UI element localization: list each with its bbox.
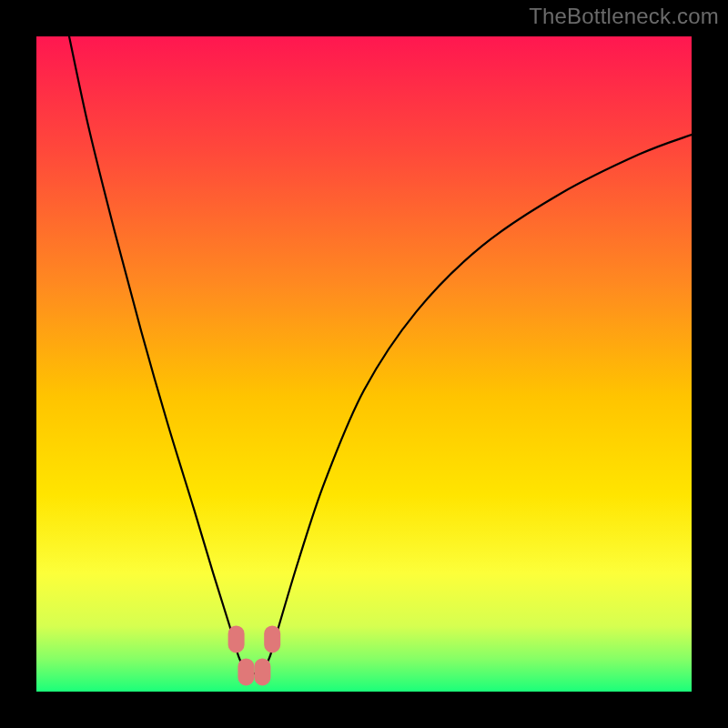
dip-left-top-marker [228, 625, 245, 652]
dip-left-bot-marker [238, 658, 254, 685]
watermark-text: TheBottleneck.com [529, 4, 719, 29]
dip-right-bot-marker [254, 658, 270, 685]
gradient-background [36, 36, 692, 692]
chart-frame: TheBottleneck.com [0, 0, 728, 728]
dip-right-top-marker [264, 625, 280, 652]
chart-canvas [36, 36, 692, 692]
